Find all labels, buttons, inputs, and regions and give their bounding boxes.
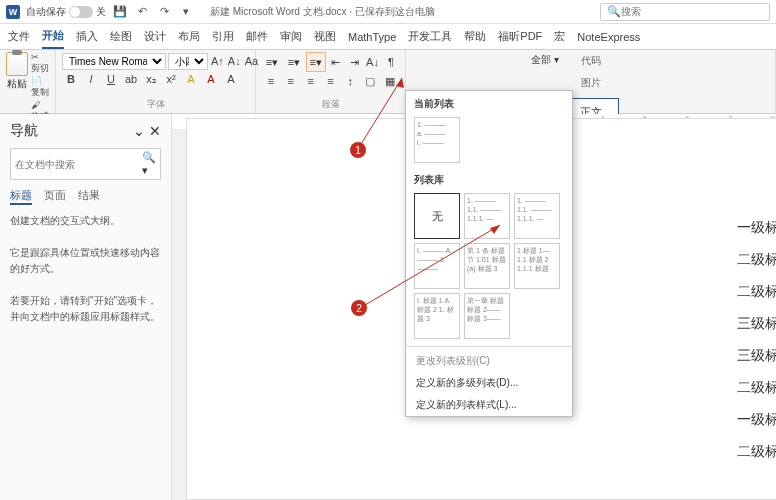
dd-item-none[interactable]: 无 (414, 193, 460, 239)
shrink-font-icon[interactable]: A↓ (227, 52, 242, 70)
heading-line[interactable]: 二级标题 3↵ (737, 379, 776, 397)
line-spacing-icon[interactable]: ↕ (341, 72, 359, 90)
dd-item[interactable]: I. 标题 1 A. 标题 2 1. 标题 3 (414, 293, 460, 339)
tab-home[interactable]: 开始 (42, 24, 64, 49)
dd-item[interactable]: I. ――― A. ――― 1. ――― (414, 243, 460, 289)
qat-more-icon[interactable]: ▾ (178, 4, 194, 20)
nav-search-input[interactable] (15, 159, 142, 170)
font-size-select[interactable]: 小四 (168, 53, 208, 70)
heading-line[interactable]: 三级标题 1↵ (737, 315, 776, 333)
bullet-list-icon[interactable]: ≡▾ (262, 52, 282, 72)
dd-item[interactable]: 第一章 标题 标题 2―― 标题 3―― (464, 293, 510, 339)
nav-search[interactable]: 🔍▾ (10, 148, 161, 180)
search-icon: 🔍 (607, 5, 621, 18)
marker-2: 2 (351, 300, 367, 316)
nav-title: 导航 ⌄ ✕ (10, 122, 161, 140)
tab-view[interactable]: 视图 (314, 25, 336, 48)
tab-mathtype[interactable]: MathType (348, 27, 396, 47)
dd-item[interactable]: 第 1 条 标题 节 1.01 标题 (a) 标题 3 (464, 243, 510, 289)
tab-design[interactable]: 设计 (144, 25, 166, 48)
ribbon-tabs: 文件 开始 插入 绘图 设计 布局 引用 邮件 审阅 视图 MathType 开… (0, 24, 776, 50)
title-bar: W 自动保存 关 💾 ↶ ↷ ▾ 新建 Microsoft Word 文档.do… (0, 0, 776, 24)
tab-noteexpress[interactable]: NoteExpress (577, 27, 640, 47)
dd-current-item[interactable]: 1. ―――a. ―――i. ――― (414, 117, 460, 163)
dd-change-level: 更改列表级别(C) (406, 350, 572, 372)
tab-references[interactable]: 引用 (212, 25, 234, 48)
tab-foxit[interactable]: 福昕PDF (498, 25, 542, 48)
number-list-icon[interactable]: ≡▾ (284, 52, 304, 72)
toggle-icon[interactable] (69, 6, 93, 18)
nav-tab-pages[interactable]: 页面 (44, 188, 66, 205)
tab-draw[interactable]: 绘图 (110, 25, 132, 48)
dd-define-multilevel[interactable]: 定义新的多级列表(D)... (406, 372, 572, 394)
multilevel-list-dropdown: 当前列表 1. ―――a. ―――i. ――― 列表库 无 1. ――― 1.1… (405, 90, 573, 417)
document-title: 新建 Microsoft Word 文档.docx · 已保存到这台电脑 (210, 5, 435, 19)
shading-icon[interactable]: ▢ (361, 72, 379, 90)
tab-layout[interactable]: 布局 (178, 25, 200, 48)
subscript-icon[interactable]: x₂ (142, 70, 160, 88)
borders-icon[interactable]: ▦ (381, 72, 399, 90)
tab-developer[interactable]: 开发工具 (408, 25, 452, 48)
bold-icon[interactable]: B (62, 70, 80, 88)
redo-icon[interactable]: ↷ (156, 4, 172, 20)
tab-insert[interactable]: 插入 (76, 25, 98, 48)
copy-button[interactable]: 📄 复制 (31, 76, 49, 99)
heading-line[interactable]: 一级标题 1↵ (737, 219, 776, 237)
tab-macro[interactable]: 宏 (554, 25, 565, 48)
indent-inc-icon[interactable]: ⇥ (346, 53, 362, 71)
underline-icon[interactable]: U (102, 70, 120, 88)
ribbon: 粘贴 ✂ 剪切 📄 复制 🖌 格式刷 剪贴板 Times New Roman 小… (0, 50, 776, 114)
search-icon: 🔍▾ (142, 151, 156, 177)
style-code[interactable]: 代码 (581, 54, 601, 68)
undo-icon[interactable]: ↶ (134, 4, 150, 20)
indent-dec-icon[interactable]: ⇤ (328, 53, 344, 71)
align-left-icon[interactable]: ≡ (262, 72, 280, 90)
font-name-select[interactable]: Times New Roman (62, 53, 166, 70)
styles-all-dropdown[interactable]: 全部 ▾ (531, 53, 559, 67)
nav-close-icon[interactable]: ✕ (149, 123, 161, 139)
tab-mailings[interactable]: 邮件 (246, 25, 268, 48)
grow-font-icon[interactable]: A↑ (210, 52, 225, 70)
italic-icon[interactable]: I (82, 70, 100, 88)
multilevel-list-icon[interactable]: ≡▾ (306, 52, 326, 72)
search-input[interactable] (621, 6, 763, 17)
highlight-icon[interactable]: A (182, 70, 200, 88)
navigation-pane: 导航 ⌄ ✕ 🔍▾ 标题 页面 结果 创建文档的交互式大纲。 它是跟踪具体位置或… (0, 114, 172, 500)
nav-tab-results[interactable]: 结果 (78, 188, 100, 205)
dd-item[interactable]: 1. ――― 1.1. ――― 1.1.1. ― (464, 193, 510, 239)
paragraph-group: ≡▾ ≡▾ ≡▾ ⇤ ⇥ A↓ ¶ ≡ ≡ ≡ ≡ ↕ ▢ ▦ 段落 (256, 50, 406, 113)
save-icon[interactable]: 💾 (112, 4, 128, 20)
search-box[interactable]: 🔍 (600, 3, 770, 21)
dd-define-style[interactable]: 定义新的列表样式(L)... (406, 394, 572, 416)
sort-icon[interactable]: A↓ (364, 53, 380, 71)
autosave-toggle[interactable]: 自动保存 关 (26, 5, 106, 19)
heading-line[interactable]: 二级标题 4↵ (737, 443, 776, 461)
tab-help[interactable]: 帮助 (464, 25, 486, 48)
align-center-icon[interactable]: ≡ (282, 72, 300, 90)
dd-item[interactable]: 1 标题 1― 1.1 标题 2 1.1.1 标题 (514, 243, 560, 289)
clipboard-group: 粘贴 ✂ 剪切 📄 复制 🖌 格式刷 剪贴板 (0, 50, 56, 113)
font-color-icon[interactable]: A (202, 70, 220, 88)
heading-line[interactable]: 二级标题 2↵ (737, 283, 776, 301)
heading-line[interactable]: 一级标题 2↵ (737, 411, 776, 429)
show-marks-icon[interactable]: ¶ (383, 53, 399, 71)
align-right-icon[interactable]: ≡ (302, 72, 320, 90)
tab-review[interactable]: 审阅 (280, 25, 302, 48)
paste-icon (6, 52, 28, 76)
dd-current-label: 当前列表 (406, 91, 572, 113)
nav-tab-headings[interactable]: 标题 (10, 188, 32, 205)
dd-item[interactable]: 1. ――― 1.1. ――― 1.1.1. ― (514, 193, 560, 239)
nav-collapse-icon[interactable]: ⌄ (133, 123, 145, 139)
heading-line[interactable]: 二级标题 1↵ (737, 251, 776, 269)
justify-icon[interactable]: ≡ (322, 72, 340, 90)
style-pic[interactable]: 图片 (581, 76, 601, 90)
strike-icon[interactable]: ab (122, 70, 140, 88)
font-group: Times New Roman 小四 A↑ A↓ Aa B I U ab x₂ … (56, 50, 256, 113)
superscript-icon[interactable]: x² (162, 70, 180, 88)
nav-body-text: 创建文档的交互式大纲。 它是跟踪具体位置或快速移动内容的好方式。 若要开始，请转… (10, 213, 161, 325)
marker-1: 1 (350, 142, 366, 158)
heading-line[interactable]: 三级标题 2↵ (737, 347, 776, 365)
tab-file[interactable]: 文件 (8, 25, 30, 48)
cut-button[interactable]: ✂ 剪切 (31, 52, 49, 75)
phonetic-icon[interactable]: A (222, 70, 240, 88)
